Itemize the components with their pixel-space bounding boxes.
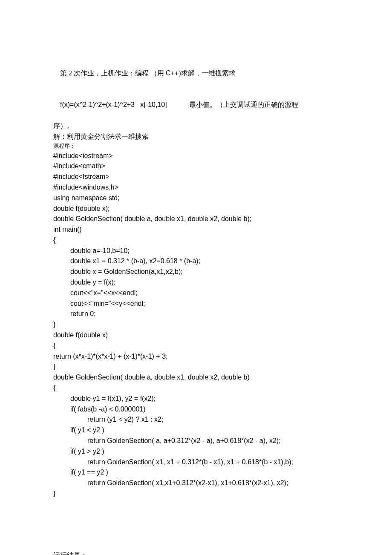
paragraph-line: 源程序： bbox=[53, 142, 339, 150]
code-line: double x = GoldenSection(a,x1,x2,b); bbox=[53, 267, 339, 277]
blank-space bbox=[53, 499, 339, 550]
paragraph-line: 解：利用黄金分割法求一维搜索 bbox=[53, 132, 339, 142]
text: 第 2 次作业，上机作业：编程 （用 bbox=[60, 69, 166, 77]
code-line: { bbox=[53, 235, 339, 246]
code-line: cout<<"x="<<x<<endl; bbox=[53, 288, 339, 299]
text: C++ bbox=[166, 69, 179, 77]
code-line: return 0; bbox=[53, 309, 339, 319]
code-line: return (y1 < y2) ? x1 : x2; bbox=[53, 414, 339, 425]
code-line: } bbox=[53, 489, 339, 499]
code-line: #include<cmath> bbox=[53, 161, 339, 172]
text: f(x)=(x^2-1)^2+(x-1)^2+3 x[-10,10] bbox=[60, 101, 167, 108]
code-line: using namespace std; bbox=[53, 193, 339, 204]
code-line: int main() bbox=[53, 224, 339, 235]
code-line: return GoldenSection( x1,x1+0.312*(x2-x1… bbox=[53, 478, 339, 489]
paragraph-line: f(x)=(x^2-1)^2+(x-1)^2+3 x[-10,10] 最小值。（… bbox=[53, 89, 339, 121]
code-line: double y1 = f(x1), y2 = f(x2); bbox=[53, 394, 339, 404]
document-page: 第 2 次作业，上机作业：编程 （用 C++)求解，一维搜索求 f(x)=(x^… bbox=[0, 0, 392, 555]
code-line: } bbox=[53, 362, 339, 372]
paragraph-line: 第 2 次作业，上机作业：编程 （用 C++)求解，一维搜索求 bbox=[53, 58, 339, 89]
code-line: return GoldenSection( x1, x1 + 0.312*(b … bbox=[53, 457, 339, 468]
code-line: } bbox=[53, 319, 339, 330]
code-line: if( y1 == y2 ) bbox=[53, 467, 339, 478]
code-line: if( fabs(b -a) < 0.000001) bbox=[53, 404, 339, 415]
paragraph-line: 序）。 bbox=[53, 121, 339, 132]
code-line: { bbox=[53, 341, 339, 351]
code-line: double f(double x) bbox=[53, 330, 339, 341]
code-line: return GoldenSection( a, a+0.312*(x2 - a… bbox=[53, 436, 339, 446]
code-line: double GoldenSection( double a, double x… bbox=[53, 372, 339, 383]
code-line: #include<iostream> bbox=[53, 151, 339, 161]
code-line: double a=-10,b=10; bbox=[53, 246, 339, 256]
code-line: #include<windows.h> bbox=[53, 182, 339, 193]
text: 最小值。（上交调试通的正确的源程 bbox=[167, 101, 298, 108]
code-line: return (x*x-1)*(x*x-1) + (x-1)*(x-1) + 3… bbox=[53, 351, 339, 362]
code-line: double f(double x); bbox=[53, 204, 339, 214]
code-line: cout<<"min="<<y<<endl; bbox=[53, 299, 339, 309]
code-line: double x1 = 0.312 * (b-a), x2=0.618 * (b… bbox=[53, 256, 339, 267]
code-line: double GoldenSection( double a, double x… bbox=[53, 214, 339, 224]
code-line: double y = f(x); bbox=[53, 277, 339, 288]
paragraph-line: 运行结果： bbox=[53, 550, 339, 555]
code-line: { bbox=[53, 383, 339, 394]
text: )求解，一维搜索求 bbox=[179, 69, 235, 77]
code-line: if( y1 > y2 ) bbox=[53, 446, 339, 457]
code-line: if( y1 < y2 ) bbox=[53, 425, 339, 436]
code-line: #include<fstream> bbox=[53, 172, 339, 182]
